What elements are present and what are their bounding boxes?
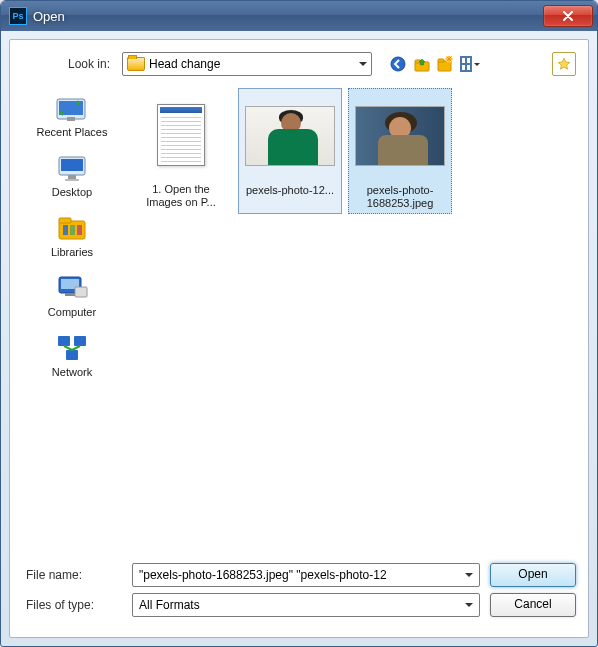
folder-up-icon xyxy=(414,56,430,72)
svg-rect-8 xyxy=(67,117,75,121)
svg-rect-10 xyxy=(61,159,83,171)
svg-rect-22 xyxy=(58,336,70,346)
toolbar-icons xyxy=(388,54,480,74)
new-folder-icon xyxy=(437,56,455,72)
app-icon: Ps xyxy=(9,7,27,25)
back-button[interactable] xyxy=(388,54,408,74)
view-menu-button[interactable] xyxy=(460,54,480,74)
file-name: pexels-photo-12... xyxy=(244,183,336,198)
back-arrow-icon xyxy=(390,56,406,72)
open-button[interactable]: Open xyxy=(490,563,576,587)
computer-icon xyxy=(54,272,90,304)
places-bar: Recent Places Desktop Libraries xyxy=(22,86,122,553)
svg-rect-12 xyxy=(65,179,79,181)
places-label: Network xyxy=(52,366,92,378)
star-icon xyxy=(557,57,571,71)
svg-rect-21 xyxy=(75,287,87,297)
chevron-down-icon xyxy=(474,63,480,66)
filetype-label: Files of type: xyxy=(22,598,122,612)
places-label: Recent Places xyxy=(37,126,108,138)
svg-rect-15 xyxy=(63,225,68,235)
new-folder-button[interactable] xyxy=(436,54,456,74)
dialog-content: Look in: Head change xyxy=(9,39,589,638)
titlebar: Ps Open xyxy=(1,1,597,31)
network-icon xyxy=(54,332,90,364)
filetype-combo[interactable]: All Formats xyxy=(132,593,480,617)
bottom-form: File name: "pexels-photo-1688253.jpeg" "… xyxy=(22,563,576,617)
file-thumbnail xyxy=(244,91,336,181)
places-computer[interactable]: Computer xyxy=(22,270,122,320)
filename-input[interactable]: "pexels-photo-1688253.jpeg" "pexels-phot… xyxy=(132,563,480,587)
lookin-combo[interactable]: Head change xyxy=(122,52,372,76)
filetype-value: All Formats xyxy=(139,598,200,612)
file-item[interactable]: 1. Open the Images on P... xyxy=(130,88,232,214)
chevron-down-icon xyxy=(461,596,477,614)
lookin-value: Head change xyxy=(149,57,220,71)
window-title: Open xyxy=(33,9,543,24)
close-button[interactable] xyxy=(543,5,593,27)
svg-rect-4 xyxy=(438,59,444,62)
svg-rect-16 xyxy=(70,225,75,235)
views-icon xyxy=(460,56,472,72)
recent-places-icon xyxy=(54,92,90,124)
file-name: 1. Open the Images on P... xyxy=(131,182,231,210)
toolbar: Look in: Head change xyxy=(22,52,576,76)
cancel-button[interactable]: Cancel xyxy=(490,593,576,617)
svg-rect-17 xyxy=(77,225,82,235)
places-label: Computer xyxy=(48,306,96,318)
svg-rect-23 xyxy=(74,336,86,346)
favorites-button[interactable] xyxy=(552,52,576,76)
lookin-label: Look in: xyxy=(22,57,116,71)
file-name: pexels-photo-1688253.jpeg xyxy=(350,183,450,211)
places-label: Libraries xyxy=(51,246,93,258)
libraries-icon xyxy=(54,212,90,244)
places-label: Desktop xyxy=(52,186,92,198)
chevron-down-icon xyxy=(359,62,367,66)
desktop-icon xyxy=(54,152,90,184)
file-thumbnail xyxy=(135,90,227,180)
svg-rect-20 xyxy=(65,293,75,296)
file-list[interactable]: 1. Open the Images on P... pexels-photo-… xyxy=(122,86,576,553)
svg-rect-14 xyxy=(59,218,71,223)
svg-rect-24 xyxy=(66,350,78,360)
places-libraries[interactable]: Libraries xyxy=(22,210,122,260)
main-area: Recent Places Desktop Libraries xyxy=(22,86,576,553)
open-dialog: Ps Open Look in: Head change xyxy=(0,0,598,647)
places-desktop[interactable]: Desktop xyxy=(22,150,122,200)
places-recent[interactable]: Recent Places xyxy=(22,90,122,140)
up-one-level-button[interactable] xyxy=(412,54,432,74)
svg-rect-11 xyxy=(68,175,76,179)
filename-label: File name: xyxy=(22,568,122,582)
file-item[interactable]: pexels-photo-1688253.jpeg xyxy=(348,88,452,214)
svg-point-0 xyxy=(391,57,405,71)
chevron-down-icon xyxy=(461,566,477,584)
file-item[interactable]: pexels-photo-12... xyxy=(238,88,342,214)
close-icon xyxy=(562,11,574,21)
folder-icon xyxy=(127,57,145,71)
filename-value: "pexels-photo-1688253.jpeg" "pexels-phot… xyxy=(139,568,387,582)
file-thumbnail xyxy=(354,91,446,181)
places-network[interactable]: Network xyxy=(22,330,122,380)
